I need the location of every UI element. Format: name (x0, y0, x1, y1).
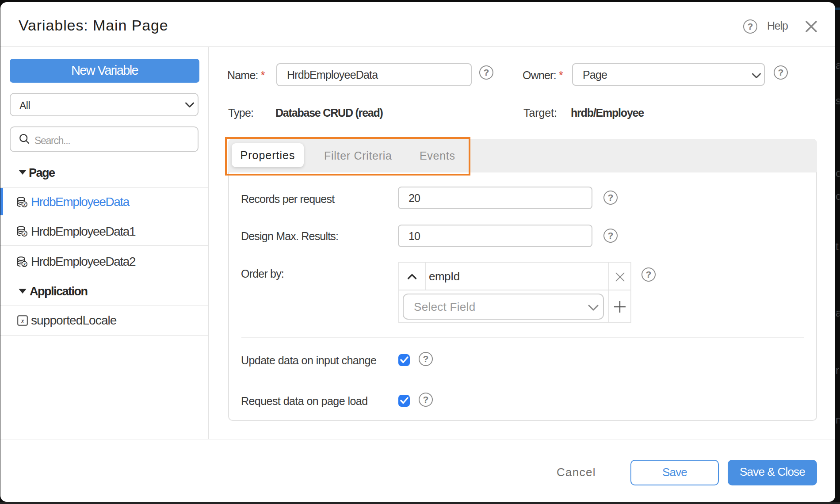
svg-text:x: x (20, 317, 24, 325)
